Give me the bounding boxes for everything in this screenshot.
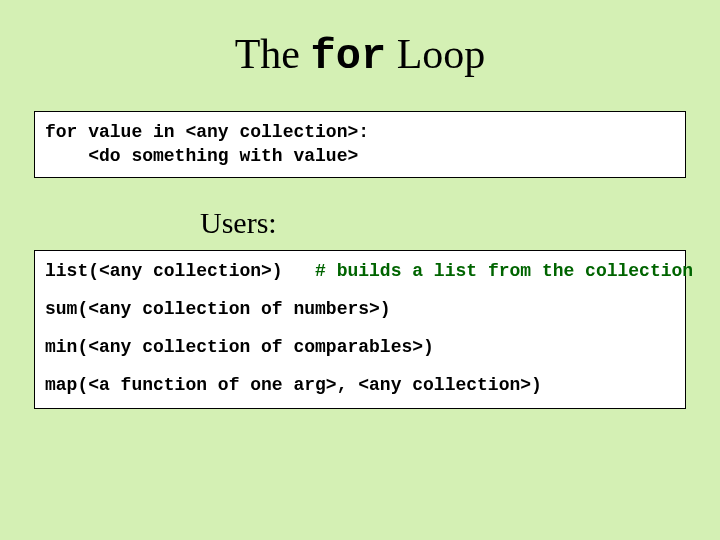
users-box: list(<any collection>) # builds a list f… (34, 250, 686, 409)
users-list-call: list(<any collection>) (45, 261, 283, 281)
slide: The for Loop for value in <any collectio… (0, 0, 720, 540)
users-list-comment: # builds a list from the collection (315, 261, 693, 281)
syntax-line-2: <do something with value> (45, 144, 675, 168)
syntax-line-1: for value in <any collection>: (45, 120, 675, 144)
users-sum-row: sum(<any collection of numbers>) (45, 297, 675, 321)
title-post: Loop (386, 31, 485, 77)
syntax-box: for value in <any collection>: <do somet… (34, 111, 686, 178)
title-keyword: for (311, 33, 387, 81)
slide-title: The for Loop (0, 0, 720, 101)
users-list-row: list(<any collection>) # builds a list f… (45, 259, 675, 283)
users-map-row: map(<a function of one arg>, <any collec… (45, 373, 675, 397)
users-min-row: min(<any collection of comparables>) (45, 335, 675, 359)
users-heading: Users: (200, 206, 720, 240)
title-pre: The (235, 31, 311, 77)
users-list-pad (283, 261, 315, 281)
